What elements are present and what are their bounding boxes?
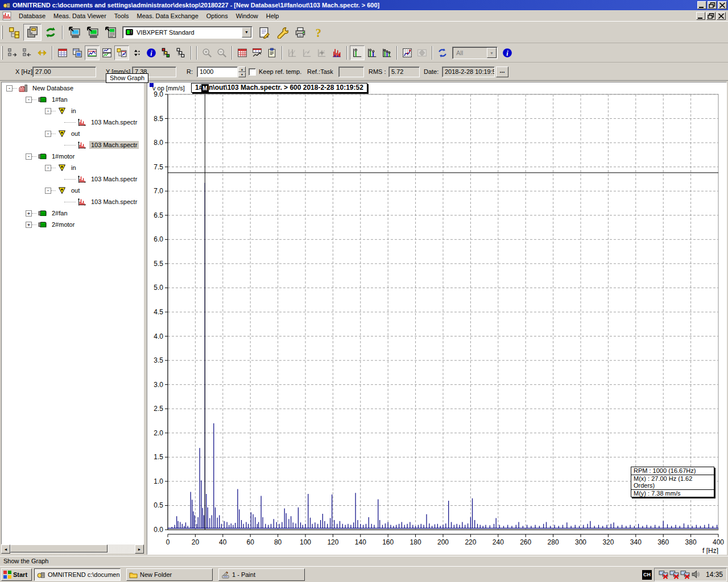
window-restore-button[interactable] [708, 1, 717, 9]
svg-text:400: 400 [713, 538, 724, 546]
start-button[interactable]: Start [1, 568, 32, 581]
x-value-field[interactable]: 27.00 [32, 66, 96, 77]
fit-width-button[interactable] [35, 45, 49, 60]
info-2-button[interactable]: i [500, 45, 515, 60]
clipboard-report-button[interactable] [264, 45, 279, 60]
spin-down-icon[interactable]: ▼ [238, 72, 246, 78]
date-field[interactable]: 2018-2-28 10:19:52 [442, 66, 495, 77]
menu-options[interactable]: Options [202, 11, 232, 20]
receive-from-device-button[interactable] [84, 24, 102, 41]
network-x-tray-icon[interactable] [680, 569, 690, 580]
tree-node-103-mach-spectr[interactable]: 103 Mach.spectr [89, 118, 139, 126]
database-manager-button[interactable] [23, 24, 42, 41]
tree-node-2-motor[interactable]: 2#motor [50, 221, 76, 228]
double-cursor-button[interactable] [365, 45, 379, 60]
graph-view-button[interactable] [85, 45, 100, 60]
network-x-tray-icon[interactable] [669, 569, 680, 580]
tree-node-1-motor[interactable]: 1#motor [50, 152, 76, 160]
tree-node-in[interactable]: in [69, 164, 78, 172]
collapse-toggle[interactable]: - [45, 188, 51, 194]
tree-node-1-fan[interactable]: 1#fan [50, 95, 69, 103]
collapse-toggle[interactable]: - [45, 165, 51, 171]
configuration-button[interactable] [273, 24, 291, 41]
menu-help[interactable]: Help [262, 11, 283, 20]
print-button[interactable] [291, 24, 309, 41]
tree-node-out[interactable]: out [69, 130, 81, 138]
tree-node-2-fan[interactable]: 2#fan [50, 209, 69, 217]
network-x-tray-icon[interactable] [658, 569, 669, 580]
multi-graph-view-button[interactable] [100, 45, 114, 60]
menu-meas-data-exchange[interactable]: Meas. Data Exchange [133, 11, 202, 20]
document-close-button[interactable] [717, 12, 726, 20]
scroll-left-icon[interactable]: ◄ [1, 544, 10, 554]
chevron-down-icon[interactable]: ▼ [242, 27, 251, 38]
tree-node-103-mach-spectr[interactable]: 103 Mach.spectr [89, 175, 139, 183]
rms-field[interactable]: 5.72 [388, 66, 420, 77]
taskbar-button-new-folder[interactable]: New Folder [126, 568, 213, 581]
expand-toggle[interactable]: + [26, 210, 32, 217]
keep-ref-temp-checkbox[interactable] [249, 68, 256, 76]
chart-grid-button[interactable] [400, 45, 415, 60]
window-close-button[interactable] [718, 1, 727, 9]
taskbar-button-1-paint[interactable]: 1 - Paint [218, 568, 305, 581]
tree-node-out[interactable]: out [69, 186, 81, 194]
spin-up-icon[interactable]: ▲ [238, 66, 246, 72]
menu-tools[interactable]: Tools [110, 11, 133, 20]
tree-node-103-mach-spectr[interactable]: 103 Mach.spectr [89, 141, 139, 149]
collapse-toggle[interactable]: - [45, 108, 51, 114]
rpm-spinner[interactable]: ▲▼ [238, 66, 246, 77]
table-chart-view-button[interactable] [250, 45, 264, 60]
collapse-toggle[interactable]: - [45, 131, 51, 137]
table-view-button[interactable] [55, 45, 70, 60]
ref-task-field[interactable] [338, 66, 364, 77]
expand-tree-button[interactable] [5, 45, 20, 60]
taskbar-button-omnitrend-c-documen-[interactable]: OMNITREND c:\documen... [34, 568, 121, 581]
sort-button[interactable] [129, 45, 144, 60]
collapse-toggle[interactable]: - [6, 85, 13, 92]
window-minimize-button[interactable] [697, 1, 706, 9]
speaker-tray-icon[interactable] [690, 569, 701, 580]
window-view-button[interactable] [70, 45, 85, 60]
cursor-marker-flag[interactable]: M [201, 84, 209, 93]
rpm-field[interactable]: 1000 [197, 66, 238, 77]
harmonic-cursor-button[interactable] [379, 45, 394, 60]
document-restore-button[interactable] [706, 12, 715, 20]
toolbar-grip[interactable] [1, 46, 3, 60]
menu-meas-data-viewer[interactable]: Meas. Data Viewer [49, 11, 110, 20]
tree-graph-view-button[interactable] [114, 45, 129, 60]
expand-toggle[interactable]: + [26, 222, 32, 228]
tree-colored-button[interactable] [159, 45, 173, 60]
database-tree: -New Database-1#fan-in103 Mach.spectr-ou… [1, 82, 144, 544]
date-browse-button[interactable]: ... [496, 66, 508, 77]
language-indicator[interactable]: CH [642, 570, 652, 580]
document-minimize-button[interactable] [696, 12, 705, 20]
report-button[interactable] [255, 24, 273, 41]
tree-node-103-mach-spectr[interactable]: 103 Mach.spectr [89, 198, 139, 206]
info-button[interactable]: i [144, 45, 159, 60]
tree-row: -New Database [2, 82, 143, 94]
send-to-collector-button[interactable] [102, 24, 120, 41]
sync-button[interactable] [435, 45, 450, 60]
spectrum-view-button[interactable] [329, 45, 344, 60]
tree-node-new-database[interactable]: New Database [31, 84, 75, 92]
scrollbar-track[interactable] [10, 544, 135, 554]
tree-horizontal-scrollbar[interactable]: ◄ ► [1, 544, 144, 554]
collapse-tree-button[interactable] [20, 45, 35, 60]
collapse-toggle[interactable]: - [26, 153, 32, 160]
tree-node-in[interactable]: in [69, 107, 78, 115]
tree-plain-button[interactable] [173, 45, 188, 60]
tree-view-button[interactable] [5, 24, 23, 41]
scrollbar-thumb[interactable] [10, 544, 107, 552]
device-select-combo[interactable]: VIBXPERT Standard▼ [122, 26, 253, 39]
collapse-toggle[interactable]: - [26, 97, 32, 103]
refresh-button[interactable] [42, 24, 60, 41]
matrix-view-button[interactable] [235, 45, 250, 60]
menu-window[interactable]: Window [232, 11, 262, 20]
send-to-device-button[interactable] [65, 24, 84, 41]
toolbar-grip[interactable] [1, 26, 3, 39]
single-cursor-button[interactable] [350, 45, 365, 60]
scroll-right-icon[interactable]: ► [135, 544, 144, 554]
help-button[interactable]: ? [309, 24, 328, 41]
menu-database[interactable]: Database [15, 11, 49, 20]
mdi-child-icon[interactable] [2, 11, 11, 20]
